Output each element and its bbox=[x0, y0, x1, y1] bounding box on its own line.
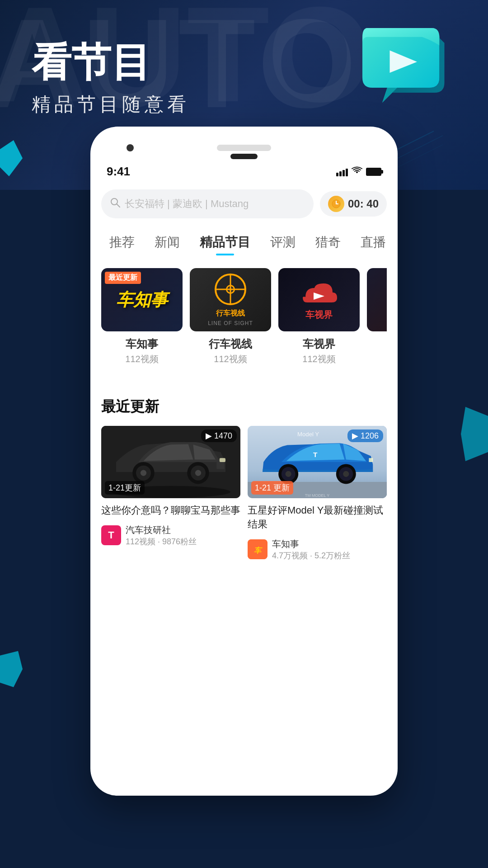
svg-text:T: T bbox=[313, 451, 318, 458]
program-xingche[interactable]: 行车视线 LINE OF SIGHT 行车视线 112视频 bbox=[190, 268, 271, 365]
program3-logo-text: 车视界 bbox=[305, 309, 333, 321]
sensor-area bbox=[90, 154, 398, 159]
search-placeholder: 长安福特 | 蒙迪欧 | Mustang bbox=[125, 197, 249, 211]
hero-text-block: 看节目 精品节目随意看 bbox=[32, 41, 190, 117]
channel1-details: 汽车技研社 112视频 · 9876粉丝 bbox=[126, 524, 197, 547]
battery-icon bbox=[366, 168, 381, 176]
program1-logo: 车知事 bbox=[116, 288, 168, 311]
program-partial[interactable]: 车 车 bbox=[367, 268, 387, 365]
hero-icon bbox=[352, 18, 452, 118]
program1-name: 车知事 bbox=[126, 337, 158, 351]
status-icons bbox=[336, 166, 381, 178]
nav-tabs: 推荐 新闻 精品节目 评测 猎奇 直播 bbox=[90, 226, 398, 259]
program-thumb-cheshijie: 车视界 bbox=[278, 268, 360, 331]
program-chezhi[interactable]: 车知事 最近更新 车知事 112视频 bbox=[101, 268, 183, 365]
svg-point-16 bbox=[141, 470, 146, 476]
svg-text:Model Y: Model Y bbox=[297, 431, 319, 438]
tab-jingpin[interactable]: 精品节目 bbox=[190, 229, 260, 255]
svg-point-27 bbox=[286, 471, 291, 477]
programs-section: 车知事 最近更新 车知事 112视频 bbox=[90, 259, 398, 379]
program1-count: 112视频 bbox=[125, 353, 158, 365]
video2-date: 1-21 更新 bbox=[251, 481, 293, 495]
signal-icon bbox=[336, 167, 348, 176]
channel2-details: 车知事 4.7万视频 · 5.2万粉丝 bbox=[272, 538, 350, 561]
channel2-name: 车知事 bbox=[272, 538, 350, 550]
timer-button[interactable]: 00: 40 bbox=[320, 191, 387, 217]
tab-tuijian[interactable]: 推荐 bbox=[99, 229, 145, 255]
status-time: 9:41 bbox=[107, 165, 130, 179]
program2-name: 行车视线 bbox=[209, 337, 252, 351]
video1-play-count: ▶ 1470 bbox=[201, 429, 237, 442]
program-thumb-partial: 车 bbox=[367, 268, 387, 331]
phone-wrapper: 9:41 bbox=[0, 154, 488, 796]
phone-notch bbox=[90, 140, 398, 154]
svg-line-6 bbox=[117, 204, 120, 207]
sensor-bar bbox=[230, 154, 258, 159]
video-tesla[interactable]: Model Y bbox=[248, 426, 387, 561]
recent-section: 最近更新 bbox=[90, 386, 398, 570]
video-grid: ▶ 1470 1-21更新 这些你介意吗？聊聊宝马那些事 T 汽车技研社 112… bbox=[101, 426, 387, 561]
hero-title: 看节目 bbox=[32, 41, 190, 85]
phone-mockup: 9:41 bbox=[90, 127, 398, 796]
recent-title: 最近更新 bbox=[101, 397, 387, 417]
svg-point-30 bbox=[343, 471, 349, 477]
steering-wheel-icon bbox=[215, 274, 246, 305]
video2-title: 五星好评Model Y最新碰撞测试结果 bbox=[248, 504, 387, 532]
svg-rect-20 bbox=[220, 458, 225, 462]
search-icon bbox=[110, 198, 120, 210]
channel2-avatar: 车 bbox=[248, 539, 267, 559]
program1-badge: 最近更新 bbox=[105, 272, 141, 284]
channel1-name: 汽车技研社 bbox=[126, 524, 197, 536]
search-bar[interactable]: 长安福特 | 蒙迪欧 | Mustang bbox=[101, 189, 314, 218]
tab-lieqi[interactable]: 猎奇 bbox=[305, 229, 351, 255]
channel1-avatar: T bbox=[101, 525, 121, 545]
camera-dot bbox=[127, 144, 134, 151]
program2-logo-text: 行车视线 bbox=[216, 309, 245, 318]
speaker-bar bbox=[217, 145, 271, 151]
video-thumb-tesla: Model Y bbox=[248, 426, 387, 498]
video2-play-count: ▶ 1206 bbox=[347, 429, 383, 442]
program-thumb-chezhi: 车知事 最近更新 bbox=[101, 268, 183, 331]
video-thumb-bmw: ▶ 1470 1-21更新 bbox=[101, 426, 240, 498]
svg-point-19 bbox=[195, 470, 201, 476]
video2-channel: 车 车知事 4.7万视频 · 5.2万粉丝 bbox=[248, 538, 387, 561]
tab-pingce[interactable]: 评测 bbox=[260, 229, 305, 255]
tab-zhibo[interactable]: 直播 bbox=[351, 229, 396, 255]
program-thumb-xingche: 行车视线 LINE OF SIGHT bbox=[190, 268, 271, 331]
programs-grid: 车知事 最近更新 车知事 112视频 bbox=[101, 268, 387, 370]
program3-name: 车视界 bbox=[303, 337, 335, 351]
program3-count: 112视频 bbox=[302, 353, 335, 365]
video1-channel: T 汽车技研社 112视频 · 9876粉丝 bbox=[101, 524, 240, 547]
channel1-stats: 112视频 · 9876粉丝 bbox=[126, 536, 197, 547]
video1-date: 1-21更新 bbox=[105, 481, 145, 495]
status-bar: 9:41 bbox=[90, 161, 398, 182]
hero-subtitle: 精品节目随意看 bbox=[32, 92, 190, 117]
timer-text: 00: 40 bbox=[348, 198, 379, 210]
program2-count: 112视频 bbox=[214, 353, 247, 365]
search-section: 长安福特 | 蒙迪欧 | Mustang 00: 40 bbox=[90, 182, 398, 226]
program-cheshijie[interactable]: 车视界 车视界 112视频 bbox=[278, 268, 360, 365]
video-bmw[interactable]: ▶ 1470 1-21更新 这些你介意吗？聊聊宝马那些事 T 汽车技研社 112… bbox=[101, 426, 240, 561]
wifi-icon bbox=[352, 166, 362, 178]
video1-title: 这些你介意吗？聊聊宝马那些事 bbox=[101, 504, 240, 518]
tab-xinwen[interactable]: 新闻 bbox=[145, 229, 190, 255]
svg-text:TM MODEL Y: TM MODEL Y bbox=[305, 493, 329, 498]
channel2-stats: 4.7万视频 · 5.2万粉丝 bbox=[272, 550, 350, 561]
svg-rect-21 bbox=[216, 462, 225, 469]
timer-icon bbox=[328, 196, 344, 212]
